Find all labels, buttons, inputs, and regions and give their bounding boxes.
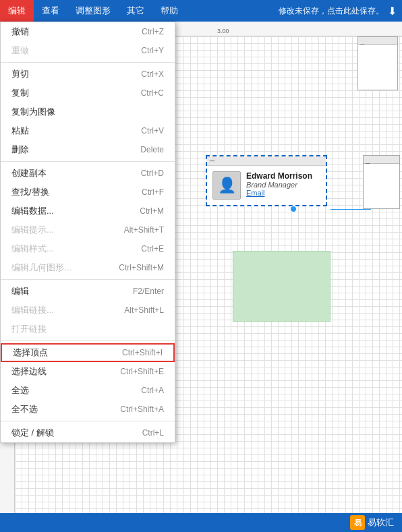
menu-delete[interactable]: 删除 Delete bbox=[1, 140, 175, 159]
menu-find-replace[interactable]: 查找/替换 Ctrl+F bbox=[1, 183, 175, 202]
menu-item-adjust[interactable]: 调整图形 bbox=[67, 0, 119, 22]
separator-2 bbox=[1, 161, 175, 162]
separator-5 bbox=[1, 421, 175, 421]
menu-cut[interactable]: 剪切 Ctrl+X bbox=[1, 65, 175, 84]
menu-select-vertices[interactable]: 选择顶点 Ctrl+Shift+I bbox=[1, 343, 175, 362]
menu-edit[interactable]: 编辑 F2/Enter bbox=[1, 282, 175, 301]
person-info: Edward Morrison Brand Manager Email bbox=[246, 171, 312, 197]
dropdown-menu: 撤销 Ctrl+Z 重做 Ctrl+Y 剪切 Ctrl+X 复制 Ctrl+C … bbox=[0, 22, 175, 443]
menu-item-help[interactable]: 帮助 bbox=[152, 0, 186, 22]
menu-duplicate[interactable]: 创建副本 Ctrl+D bbox=[1, 164, 175, 183]
connection-dot bbox=[290, 206, 297, 212]
menu-undo[interactable]: 撤销 Ctrl+Z bbox=[1, 22, 175, 41]
person-card[interactable]: ─ 👤 Edward Morrison Brand Manager Email bbox=[206, 155, 327, 206]
menu-edit-tooltip: 编辑提示... Alt+Shift+T bbox=[1, 220, 175, 239]
menu-edit-data[interactable]: 编辑数据... Ctrl+M bbox=[1, 202, 175, 220]
person-avatar: 👤 bbox=[212, 171, 241, 200]
menu-bar: 编辑 查看 调整图形 其它 帮助 修改未保存，点击此处保存。 ⬇ bbox=[0, 0, 402, 22]
brand-logo: 易 易软汇 bbox=[350, 515, 394, 530]
menu-copy-image[interactable]: 复制为图像 bbox=[1, 102, 175, 121]
menu-redo: 重做 Ctrl+Y bbox=[1, 41, 175, 60]
menu-edit-geometry: 编辑几何图形... Ctrl+Shift+M bbox=[1, 258, 175, 277]
person-card-body: 👤 Edward Morrison Brand Manager Email bbox=[207, 166, 326, 205]
menu-copy[interactable]: 复制 Ctrl+C bbox=[1, 84, 175, 102]
menu-lock-unlock[interactable]: 锁定 / 解锁 Ctrl+L bbox=[1, 423, 175, 442]
sticky-note[interactable] bbox=[233, 251, 331, 322]
menu-paste[interactable]: 粘贴 Ctrl+V bbox=[1, 121, 175, 140]
bg-card-right-header: ─ bbox=[364, 156, 399, 164]
bg-card-right: ─ bbox=[363, 155, 400, 209]
brand-name: 易软汇 bbox=[368, 516, 394, 529]
separator-3 bbox=[1, 279, 175, 280]
menu-item-view[interactable]: 查看 bbox=[34, 0, 67, 22]
menu-select-none[interactable]: 全不选 Ctrl+Shift+A bbox=[1, 400, 175, 419]
download-icon: ⬇ bbox=[388, 5, 397, 18]
menu-edit-link: 编辑链接... Alt+Shift+L bbox=[1, 301, 175, 320]
save-notice[interactable]: 修改未保存，点击此处保存。 ⬇ bbox=[279, 5, 402, 18]
bottom-bar: 易 易软汇 bbox=[0, 513, 402, 532]
bg-card-topright: ─ bbox=[357, 36, 398, 90]
brand-icon: 易 bbox=[350, 515, 365, 530]
menu-open-link: 打开链接 bbox=[1, 320, 175, 338]
person-card-header: ─ bbox=[207, 156, 326, 166]
menu-select-edges[interactable]: 选择边线 Ctrl+Shift+E bbox=[1, 362, 175, 381]
ruler-mark-3: 3.00 bbox=[217, 28, 229, 34]
menu-edit-style: 编辑样式... Ctrl+E bbox=[1, 239, 175, 258]
connection-line bbox=[331, 209, 371, 210]
bg-card-header: ─ bbox=[358, 37, 397, 45]
separator-1 bbox=[1, 62, 175, 63]
person-name: Edward Morrison bbox=[246, 171, 312, 181]
menu-item-edit[interactable]: 编辑 bbox=[0, 0, 34, 22]
person-email[interactable]: Email bbox=[246, 189, 312, 197]
person-title: Brand Manager bbox=[246, 181, 312, 189]
separator-4 bbox=[1, 341, 175, 341]
menu-select-all[interactable]: 全选 Ctrl+A bbox=[1, 381, 175, 400]
menu-item-other[interactable]: 其它 bbox=[119, 0, 152, 22]
